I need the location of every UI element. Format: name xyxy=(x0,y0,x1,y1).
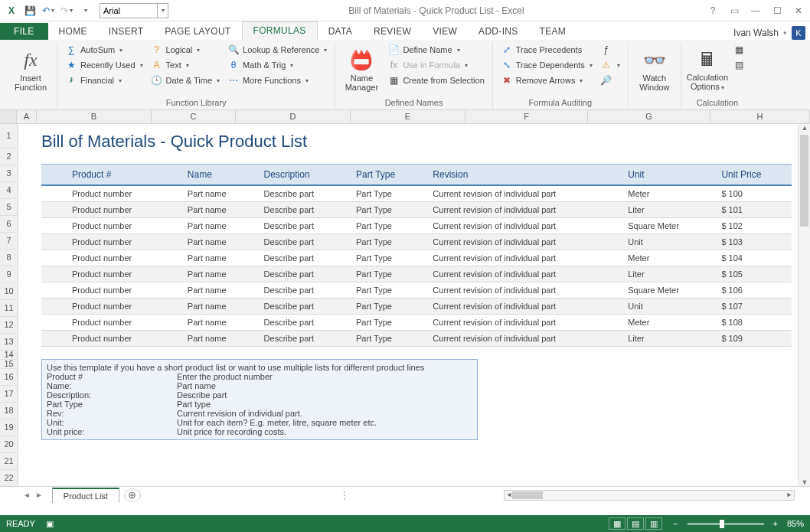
row-header-1[interactable]: 1 xyxy=(0,124,18,149)
row-header-21[interactable]: 21 xyxy=(0,453,18,470)
tab-insert[interactable]: INSERT xyxy=(98,23,155,40)
watch-window-button[interactable]: 👓 Watch Window xyxy=(633,42,676,96)
tab-file[interactable]: FILE xyxy=(0,23,48,40)
table-header[interactable]: Product # xyxy=(41,165,180,186)
row-header-18[interactable]: 18 xyxy=(0,403,18,419)
trace-precedents-button[interactable]: ⤢Trace Precedents xyxy=(498,42,596,57)
save-button[interactable]: 💾 xyxy=(21,2,38,19)
table-cell[interactable]: Product number xyxy=(41,250,180,266)
table-cell[interactable]: $ 106 xyxy=(714,282,792,299)
row-header-12[interactable]: 12 xyxy=(0,317,18,334)
qat-customize-button[interactable]: ▾ xyxy=(77,2,93,19)
insert-function-button[interactable]: fx Insert Function xyxy=(9,42,52,96)
tab-data[interactable]: DATA xyxy=(318,23,363,40)
scroll-up-button[interactable]: ▲ xyxy=(799,124,810,132)
row-header-9[interactable]: 9 xyxy=(0,266,18,283)
table-cell[interactable]: Part Type xyxy=(348,266,425,282)
hscroll-thumb[interactable] xyxy=(512,491,543,499)
table-cell[interactable]: $ 103 xyxy=(714,234,792,250)
table-cell[interactable]: Describe part xyxy=(256,331,348,347)
table-cell[interactable]: Product number xyxy=(41,315,180,331)
row-header-7[interactable]: 7 xyxy=(0,233,18,250)
table-cell[interactable]: Product number xyxy=(41,299,180,315)
vscroll-thumb[interactable] xyxy=(800,135,808,227)
undo-button[interactable]: ↶▾ xyxy=(40,2,57,19)
table-header[interactable]: Revision xyxy=(425,165,620,186)
column-header-B[interactable]: B xyxy=(37,110,152,123)
more-functions-button[interactable]: ⋯More Functions▾ xyxy=(224,73,330,88)
text-button[interactable]: AText▾ xyxy=(148,57,224,73)
tab-review[interactable]: REVIEW xyxy=(363,23,422,40)
table-cell[interactable]: Current revision of individual part xyxy=(425,299,620,315)
table-cell[interactable]: Current revision of individual part xyxy=(425,282,620,299)
table-cell[interactable]: Meter xyxy=(620,315,714,331)
table-row[interactable]: Product numberPart nameDescribe partPart… xyxy=(41,331,792,347)
table-cell[interactable]: Square Meter xyxy=(620,218,714,234)
table-cell[interactable]: Part Type xyxy=(348,299,425,315)
table-cell[interactable]: $ 102 xyxy=(714,218,792,234)
table-cell[interactable]: Current revision of individual part xyxy=(425,315,620,331)
table-cell[interactable]: Current revision of individual part xyxy=(425,202,620,218)
error-checking-button[interactable]: ⚠▾ xyxy=(597,57,623,73)
table-cell[interactable]: Part Type xyxy=(348,234,425,250)
row-header-16[interactable]: 16 xyxy=(0,369,18,386)
horizontal-scrollbar[interactable]: ◄ ► xyxy=(504,490,795,501)
ribbon-display-button[interactable]: ▭ xyxy=(726,5,743,16)
table-cell[interactable]: Current revision of individual part xyxy=(425,331,620,347)
table-cell[interactable]: Describe part xyxy=(256,202,348,218)
table-cell[interactable]: $ 101 xyxy=(714,202,792,218)
table-header[interactable]: Unit Price xyxy=(714,165,792,186)
table-cell[interactable]: Unit xyxy=(620,299,714,315)
tab-formulas[interactable]: FORMULAS xyxy=(242,21,318,40)
table-cell[interactable]: Describe part xyxy=(256,299,348,315)
table-row[interactable]: Product numberPart nameDescribe partPart… xyxy=(41,299,792,315)
show-formulas-button[interactable]: ƒ xyxy=(597,42,623,57)
row-header-13[interactable]: 13 xyxy=(0,334,18,351)
trace-dependents-button[interactable]: ⤡Trace Dependents▾ xyxy=(498,57,596,73)
table-cell[interactable]: Product number xyxy=(41,266,180,282)
table-cell[interactable]: Meter xyxy=(620,250,714,266)
excel-icon[interactable]: X xyxy=(3,2,20,19)
table-cell[interactable]: Part Type xyxy=(348,185,425,202)
minimize-button[interactable]: — xyxy=(747,5,764,16)
table-cell[interactable]: Describe part xyxy=(256,185,348,202)
table-cell[interactable]: Current revision of individual part xyxy=(425,266,620,282)
table-row[interactable]: Product numberPart nameDescribe partPart… xyxy=(41,202,792,218)
table-cell[interactable]: $ 108 xyxy=(714,315,792,331)
tab-page-layout[interactable]: PAGE LAYOUT xyxy=(154,23,241,40)
row-header-8[interactable]: 8 xyxy=(0,250,18,266)
table-cell[interactable]: Part name xyxy=(180,282,256,299)
table-cell[interactable]: Meter xyxy=(620,185,714,202)
font-dropdown-button[interactable]: ▾ xyxy=(158,3,168,18)
scroll-down-button[interactable]: ▼ xyxy=(799,478,810,486)
redo-button[interactable]: ↷▾ xyxy=(58,2,75,19)
table-row[interactable]: Product numberPart nameDescribe partPart… xyxy=(41,250,792,266)
table-cell[interactable]: $ 100 xyxy=(714,185,792,202)
select-all-button[interactable] xyxy=(0,110,17,123)
normal-view-button[interactable]: ▦ xyxy=(609,517,625,530)
recently-used-button[interactable]: ★Recently Used▾ xyxy=(62,57,146,73)
sheet-nav-last[interactable]: ► xyxy=(34,491,44,499)
table-cell[interactable]: Describe part xyxy=(256,266,348,282)
table-cell[interactable]: Product number xyxy=(41,218,180,234)
table-cell[interactable]: Product number xyxy=(41,202,180,218)
table-cell[interactable]: Current revision of individual part xyxy=(425,185,620,202)
tab-home[interactable]: HOME xyxy=(48,23,98,40)
logical-button[interactable]: ?Logical▾ xyxy=(148,42,224,57)
table-cell[interactable]: Part Type xyxy=(348,218,425,234)
remove-arrows-button[interactable]: ✖Remove Arrows▾ xyxy=(498,73,596,88)
zoom-thumb[interactable] xyxy=(720,520,724,528)
row-header-6[interactable]: 6 xyxy=(0,216,18,233)
table-cell[interactable]: Part name xyxy=(180,315,256,331)
scroll-right-button[interactable]: ► xyxy=(785,491,794,498)
table-cell[interactable]: Product number xyxy=(41,234,180,250)
vertical-scrollbar[interactable]: ▲ ▼ xyxy=(798,124,810,486)
row-header-5[interactable]: 5 xyxy=(0,199,18,216)
column-header-E[interactable]: E xyxy=(351,110,465,123)
table-cell[interactable]: Product number xyxy=(41,282,180,299)
calculate-now-button[interactable]: ▦ xyxy=(730,42,749,57)
table-cell[interactable]: Describe part xyxy=(256,234,348,250)
define-name-button[interactable]: 📄Define Name▾ xyxy=(384,42,487,57)
table-cell[interactable]: $ 107 xyxy=(714,299,792,315)
zoom-out-button[interactable]: − xyxy=(670,519,681,528)
